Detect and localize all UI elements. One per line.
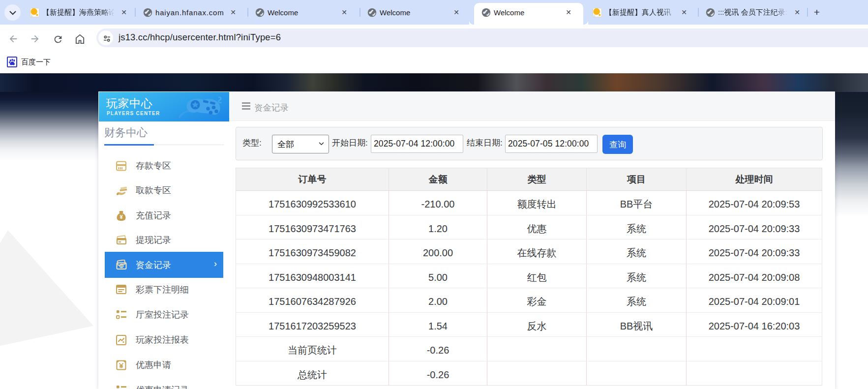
svg-text:¥: ¥ [120, 214, 123, 220]
